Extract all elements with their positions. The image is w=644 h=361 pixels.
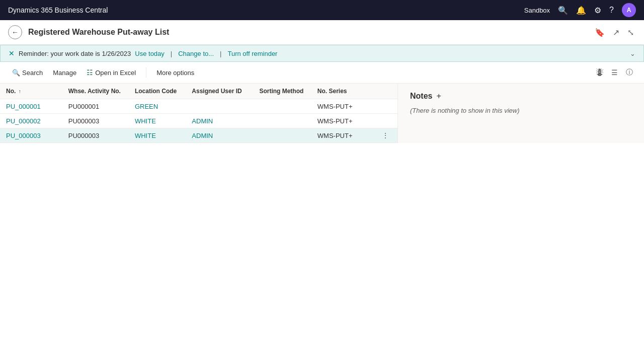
cell-user-2: ADMIN [186, 114, 253, 128]
search-icon: 🔍 [12, 69, 20, 77]
table-header: No. ↑ Whse. Activity No. Location Code A… [0, 84, 397, 99]
top-navigation: Dynamics 365 Business Central Sandbox 🔍 … [0, 0, 644, 20]
table-area: No. ↑ Whse. Activity No. Location Code A… [0, 84, 397, 143]
cell-no: PU_000001 [0, 99, 62, 114]
notes-panel: Notes + (There is nothing to show in thi… [397, 84, 644, 143]
page-header: ← Registered Warehouse Put-away List 🔖 ↗… [0, 20, 644, 45]
cell-whse-2: PU000003 [62, 114, 129, 128]
cell-no-2: PU_000002 [0, 114, 62, 128]
share-button[interactable]: ↗ [611, 26, 621, 39]
header-actions: 🔖 ↗ ⤡ [593, 26, 636, 39]
nav-right: Sandbox 🔍 🔔 ⚙ ? A [524, 3, 636, 17]
fullscreen-button[interactable]: ⤡ [625, 26, 636, 39]
user-link-2[interactable]: ADMIN [192, 117, 213, 125]
cell-no-3: PU_000003 [0, 128, 62, 143]
cell-user-1 [186, 99, 253, 114]
user-avatar[interactable]: A [622, 3, 636, 17]
cell-menu-3: ⋮ [374, 128, 397, 143]
cell-user-3: ADMIN [186, 128, 253, 143]
row-menu-button-3[interactable]: ⋮ [380, 131, 391, 139]
location-link-1[interactable]: GREEN [135, 103, 158, 110]
location-link-3[interactable]: WHITE [135, 132, 156, 139]
app-title: Dynamics 365 Business Central [8, 6, 108, 14]
sort-asc-icon: ↑ [19, 89, 21, 94]
change-to-link[interactable]: Change to... [178, 50, 214, 57]
settings-icon[interactable]: ⚙ [594, 6, 601, 15]
table-row: PU_000002 PU000003 WHITE ADMIN WMS-PUT+ … [0, 114, 397, 128]
page-title: Registered Warehouse Put-away List [28, 28, 587, 37]
data-table: No. ↑ Whse. Activity No. Location Code A… [0, 84, 397, 143]
notes-empty-message: (There is nothing to show in this view) [410, 107, 632, 114]
cell-series-2: WMS-PUT+ [311, 114, 374, 128]
row-link-1[interactable]: PU_000001 [6, 103, 41, 110]
main-content: No. ↑ Whse. Activity No. Location Code A… [0, 84, 644, 143]
list-view-button[interactable]: ☰ [608, 66, 621, 79]
search-button[interactable]: 🔍 Search [8, 67, 47, 79]
toolbar: 🔍 Search Manage ☷ Open in Excel More opt… [0, 62, 644, 84]
table-row: PU_000001 PU000001 GREEN WMS-PUT+ ⋮ [0, 99, 397, 114]
page-container: ← Registered Warehouse Put-away List 🔖 ↗… [0, 20, 644, 361]
manage-label: Manage [53, 69, 76, 77]
cell-loc-1: GREEN [129, 99, 186, 114]
environment-label: Sandbox [524, 7, 550, 14]
cell-menu-1: ⋮ [374, 99, 397, 114]
nav-left: Dynamics 365 Business Central [8, 6, 108, 14]
cell-series-1: WMS-PUT+ [311, 99, 374, 114]
reminder-close-button[interactable]: ✕ [9, 49, 15, 57]
cell-whse-3: PU000003 [62, 128, 129, 143]
notes-header: Notes + [410, 92, 632, 101]
more-options-label: More options [156, 69, 194, 77]
filter-button[interactable]: ⛇ [593, 66, 606, 79]
row-link-3[interactable]: PU_000003 [6, 132, 41, 139]
col-header-sorting[interactable]: Sorting Method [253, 84, 311, 99]
table-row: PU_000003 PU000003 WHITE ADMIN WMS-PUT+ … [0, 128, 397, 143]
col-header-menu [374, 84, 397, 99]
search-icon[interactable]: 🔍 [558, 6, 568, 15]
search-label: Search [22, 69, 43, 77]
cell-sort-1 [253, 99, 311, 114]
use-today-link[interactable]: Use today [135, 50, 165, 57]
reminder-text: Reminder: your work date is 1/26/2023 [19, 50, 131, 57]
col-header-series[interactable]: No. Series [311, 84, 374, 99]
table-body: PU_000001 PU000001 GREEN WMS-PUT+ ⋮ [0, 99, 397, 143]
cell-sort-2 [253, 114, 311, 128]
cell-loc-3: WHITE [129, 128, 186, 143]
notes-title: Notes [410, 92, 432, 101]
excel-icon: ☷ [87, 68, 93, 77]
help-icon[interactable]: ? [609, 6, 614, 15]
cell-loc-2: WHITE [129, 114, 186, 128]
notifications-icon[interactable]: 🔔 [576, 6, 586, 15]
more-options-button[interactable]: More options [152, 67, 198, 79]
location-link-2[interactable]: WHITE [135, 117, 156, 125]
row-link-2[interactable]: PU_000002 [6, 117, 41, 125]
col-header-no[interactable]: No. ↑ [0, 84, 62, 99]
toolbar-separator [146, 67, 146, 78]
toolbar-right: ⛇ ☰ ⓘ [593, 66, 636, 79]
separator-2: | [220, 50, 221, 57]
reminder-collapse-button[interactable]: ⌄ [630, 50, 635, 57]
cell-whse-1: PU000001 [62, 99, 129, 114]
open-excel-label: Open in Excel [95, 69, 136, 77]
manage-button[interactable]: Manage [49, 67, 80, 79]
user-link-3[interactable]: ADMIN [192, 132, 213, 139]
cell-menu-2: ⋮ [374, 114, 397, 128]
info-button[interactable]: ⓘ [623, 66, 636, 79]
col-header-whse[interactable]: Whse. Activity No. [62, 84, 129, 99]
reminder-banner: ✕ Reminder: your work date is 1/26/2023 … [0, 45, 644, 62]
bookmark-button[interactable]: 🔖 [593, 26, 607, 39]
turn-off-link[interactable]: Turn off reminder [227, 50, 277, 57]
col-header-user[interactable]: Assigned User ID [186, 84, 253, 99]
separator-1: | [171, 50, 172, 57]
back-button[interactable]: ← [8, 25, 22, 39]
col-header-location[interactable]: Location Code [129, 84, 186, 99]
cell-sort-3 [253, 128, 311, 143]
reminder-left: ✕ Reminder: your work date is 1/26/2023 … [9, 49, 277, 57]
cell-series-3: WMS-PUT+ [311, 128, 374, 143]
open-excel-button[interactable]: ☷ Open in Excel [83, 66, 140, 79]
notes-add-button[interactable]: + [436, 92, 441, 100]
